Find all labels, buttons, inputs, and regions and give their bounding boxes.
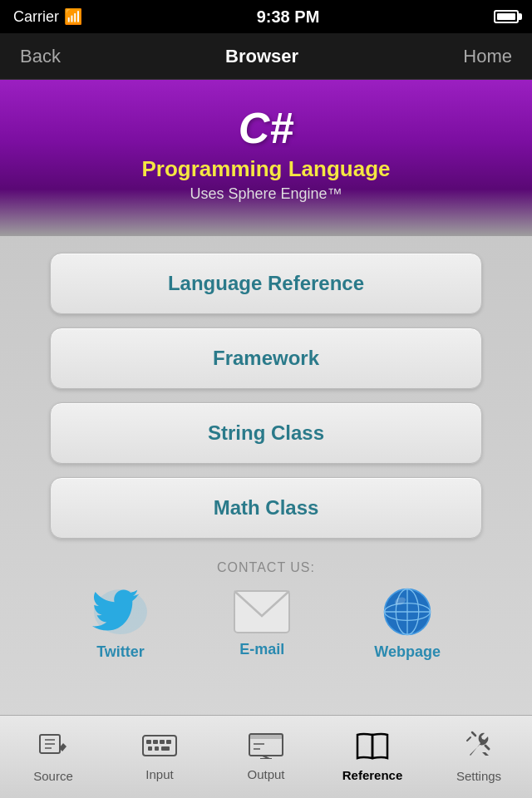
wifi-icon: 📶 <box>64 7 82 26</box>
svg-rect-13 <box>143 736 176 756</box>
webpage-label: Webpage <box>374 643 441 661</box>
tab-reference[interactable]: Reference <box>319 723 426 791</box>
svg-rect-15 <box>153 740 158 744</box>
time-display: 9:38 PM <box>257 7 320 27</box>
svg-rect-20 <box>161 746 170 751</box>
tab-settings-label: Settings <box>456 769 501 783</box>
contact-label: CONTACT US: <box>50 560 482 575</box>
string-class-button[interactable]: String Class <box>50 402 482 464</box>
svg-rect-22 <box>249 734 283 739</box>
contact-section: CONTACT US: Twitter <box>50 552 482 661</box>
svg-line-30 <box>467 737 470 741</box>
main-content: Language Reference Framework String Clas… <box>0 236 532 798</box>
math-class-button[interactable]: Math Class <box>50 477 482 539</box>
battery-icon <box>494 10 519 23</box>
reference-icon <box>354 732 391 763</box>
svg-rect-18 <box>148 746 152 751</box>
tab-reference-label: Reference <box>342 768 403 782</box>
svg-line-29 <box>472 732 475 736</box>
scrollable-content: C# Programming Language Uses Sphere Engi… <box>0 80 532 798</box>
webpage-contact[interactable]: Webpage <box>374 587 441 661</box>
page: Carrier 📶 9:38 PM Back Browser Home C# P… <box>0 0 532 798</box>
status-bar: Carrier 📶 9:38 PM <box>0 0 532 33</box>
twitter-contact[interactable]: Twitter <box>91 587 150 661</box>
contact-icons: Twitter E-mail <box>50 587 482 661</box>
hero-title: C# <box>17 103 515 153</box>
svg-rect-17 <box>166 740 171 744</box>
source-icon <box>38 732 68 764</box>
language-reference-button[interactable]: Language Reference <box>50 253 482 314</box>
svg-line-28 <box>485 746 489 749</box>
tab-output-label: Output <box>247 767 284 781</box>
settings-icon <box>464 731 494 764</box>
output-icon <box>248 732 284 762</box>
email-contact[interactable]: E-mail <box>233 589 291 658</box>
svg-rect-16 <box>160 740 165 744</box>
tab-source[interactable]: Source <box>0 723 106 791</box>
email-icon <box>233 589 291 634</box>
nav-title: Browser <box>225 46 298 67</box>
nav-bar: Back Browser Home <box>0 33 532 80</box>
hero-subtitle: Programming Language <box>17 156 515 182</box>
home-button[interactable]: Home <box>463 46 512 67</box>
twitter-label: Twitter <box>96 643 145 661</box>
tab-output[interactable]: Output <box>213 724 319 790</box>
input-icon <box>141 732 178 762</box>
carrier-label: Carrier <box>13 8 59 26</box>
tab-input-label: Input <box>145 767 173 781</box>
twitter-icon <box>91 587 150 637</box>
tab-settings[interactable]: Settings <box>426 722 532 791</box>
svg-rect-14 <box>146 740 151 744</box>
svg-rect-19 <box>155 746 159 751</box>
tab-source-label: Source <box>33 769 73 783</box>
hero-description: Uses Sphere Engine™ <box>17 185 515 203</box>
tab-input[interactable]: Input <box>106 724 213 790</box>
hero-section: C# Programming Language Uses Sphere Engi… <box>0 80 532 236</box>
tab-bar: Source Input <box>0 715 532 798</box>
webpage-icon <box>378 587 436 637</box>
back-button[interactable]: Back <box>20 46 61 67</box>
email-label: E-mail <box>239 641 284 658</box>
framework-button[interactable]: Framework <box>50 328 482 389</box>
